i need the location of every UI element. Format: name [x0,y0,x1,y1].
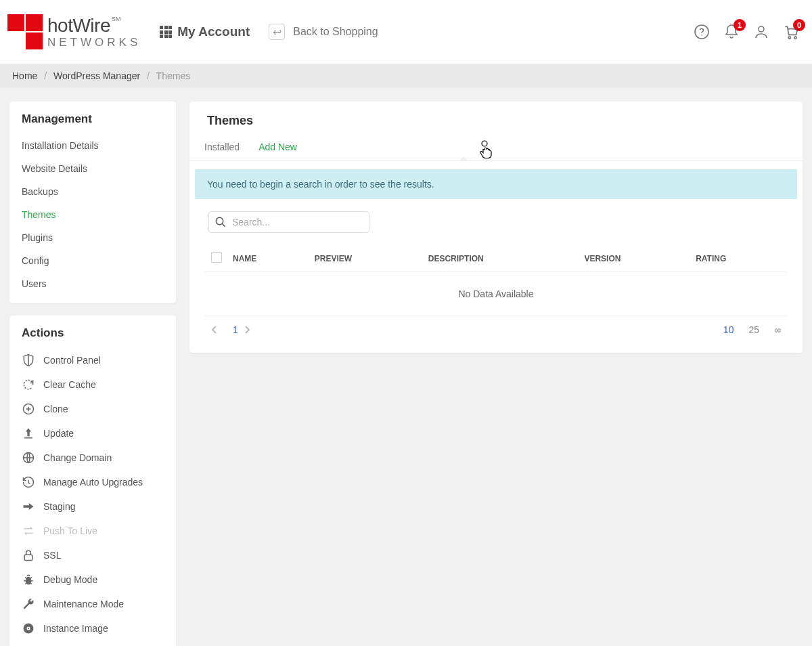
sidebar-item-themes[interactable]: Themes [9,203,176,226]
svg-point-4 [794,37,796,39]
page-size-25[interactable]: 25 [748,324,759,335]
action-delete[interactable]: Delete [9,641,176,646]
action-label: SSL [43,550,61,561]
actions-panel: Actions Control PanelClear CacheCloneUpd… [9,316,176,646]
action-control-panel[interactable]: Control Panel [9,348,176,372]
sidebar-item-plugins[interactable]: Plugins [9,226,176,249]
help-circle-icon [694,24,710,40]
cart-badge: 0 [793,19,805,31]
action-label: Staging [43,501,75,512]
account-button[interactable] [752,23,770,41]
info-alert: You need to begin a search in order to s… [195,169,797,199]
actions-title: Actions [9,326,176,348]
history-icon [22,475,35,489]
top-bar: hotWireSM NETWORKS My Account ↩ Back to … [0,0,812,64]
svg-point-12 [28,628,29,629]
sidebar-item-config[interactable]: Config [9,249,176,272]
bell-badge: 1 [734,19,746,31]
my-account-menu[interactable]: My Account [160,24,250,39]
action-label: Clear Cache [43,379,96,390]
user-icon [753,24,769,40]
col-version[interactable]: VERSION [579,245,690,272]
action-maintenance-mode[interactable]: Maintenance Mode [9,592,176,616]
svg-point-3 [788,37,790,39]
cart-button[interactable]: 0 [782,23,800,41]
action-clear-cache[interactable]: Clear Cache [9,372,176,397]
no-data-row: No Data Available [204,272,788,316]
breadcrumb: Home / WordPress Manager / Themes [0,64,812,88]
bug-icon [22,573,35,586]
col-description[interactable]: DESCRIPTION [423,245,579,272]
logo-text: hotWireSM NETWORKS [47,16,141,48]
crumb-home[interactable]: Home [12,70,37,81]
page-size-infinity[interactable]: ∞ [774,324,781,335]
globe-icon [22,451,35,465]
tabs: Installed Add New [189,142,803,161]
pointer-hand-icon [478,140,494,159]
page-title: Themes [204,114,788,128]
notifications-button[interactable]: 1 [723,23,740,41]
action-label: Manage Auto Upgrades [43,477,143,488]
svg-rect-8 [24,555,32,560]
brand-logo[interactable]: hotWireSM NETWORKS [7,14,141,50]
crumb-current: Themes [156,70,191,81]
return-key-icon: ↩ [269,24,285,40]
back-to-shopping-link[interactable]: ↩ Back to Shopping [269,24,378,40]
svg-point-14 [216,217,223,225]
my-account-label: My Account [177,24,250,39]
help-button[interactable] [693,23,710,41]
refresh-dashed-icon [22,378,35,391]
col-name[interactable]: NAME [227,245,309,272]
action-manage-auto-upgrades[interactable]: Manage Auto Upgrades [9,470,176,494]
action-label: Maintenance Mode [43,599,124,609]
crumb-wp-manager[interactable]: WordPress Manager [53,70,140,81]
col-preview[interactable]: PREVIEW [309,245,423,272]
main-content: Themes Installed Add New You need to beg… [189,102,803,353]
action-debug-mode[interactable]: Debug Mode [9,567,176,592]
page-1[interactable]: 1 [227,324,244,335]
select-all-checkbox[interactable] [211,252,222,263]
upload-icon [22,427,35,440]
management-panel: Management Installation DetailsWebsite D… [9,102,176,303]
shield-icon [22,353,35,367]
plus-circle-icon [22,402,35,416]
search-box[interactable] [208,211,369,233]
sidebar-item-users[interactable]: Users [9,272,176,295]
action-update[interactable]: Update [9,421,176,446]
action-label: Debug Mode [43,574,97,585]
svg-point-1 [701,35,702,36]
page-next[interactable] [244,325,260,335]
tab-installed[interactable]: Installed [204,142,240,160]
action-push-to-live: Push To Live [9,519,176,543]
action-ssl[interactable]: SSL [9,543,176,567]
search-input[interactable] [232,217,363,228]
svg-rect-6 [24,437,32,439]
action-label: Change Domain [43,452,112,463]
page-size-10[interactable]: 10 [723,324,734,335]
management-title: Management [9,112,176,134]
action-label: Push To Live [43,525,97,536]
sidebar-item-website-details[interactable]: Website Details [9,157,176,180]
action-label: Control Panel [43,355,101,366]
results-table: NAME PREVIEW DESCRIPTION VERSION RATING … [204,245,788,316]
action-change-domain[interactable]: Change Domain [9,446,176,470]
logo-squares-icon [7,14,43,50]
arrow-right-bold-icon [22,500,35,513]
swap-icon [22,524,35,538]
apps-grid-icon [160,26,172,38]
search-icon [215,216,227,228]
back-to-shopping-label: Back to Shopping [293,26,378,38]
sidebar-item-installation-details[interactable]: Installation Details [9,134,176,157]
svg-point-2 [759,26,764,32]
wrench-icon [22,597,35,611]
action-instance-image[interactable]: Instance Image [9,616,176,641]
sidebar-item-backups[interactable]: Backups [9,180,176,203]
action-clone[interactable]: Clone [9,397,176,421]
page-prev[interactable] [211,325,227,335]
action-staging[interactable]: Staging [9,494,176,519]
action-label: Clone [43,404,68,414]
col-rating[interactable]: RATING [690,245,788,272]
tab-add-new[interactable]: Add New [258,142,297,160]
lock-icon [22,548,35,562]
action-label: Instance Image [43,623,108,634]
